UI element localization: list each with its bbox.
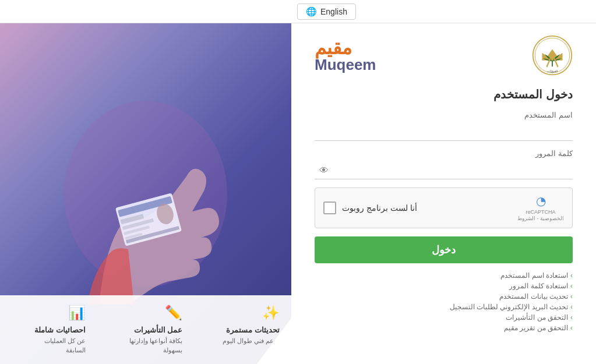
recaptcha-right: أنا لست برنامج روبوت <box>323 202 417 214</box>
link-verify-report[interactable]: › التحقق من تقرير مقيم <box>504 324 573 332</box>
svg-text:الجوازات: الجوازات <box>547 69 558 73</box>
chevron-icon-6: › <box>570 324 573 332</box>
govt-logo: الجوازات <box>532 35 573 76</box>
password-group: كلمة المرور 👁 <box>315 149 573 179</box>
visas-icon: ✏️ <box>165 305 182 321</box>
recaptcha-branding: ◔ reCAPTCHA الخصوصية - الشروط <box>517 194 564 222</box>
features-row: 📊 احصائيات شاملة عن كل العملياتالسابقة ✏… <box>0 295 291 364</box>
right-panel: مقيم Muqeem الجوازات <box>291 23 596 364</box>
link-verify-visas[interactable]: › التحقق من التأشيرات <box>506 313 573 321</box>
chevron-icon-3: › <box>570 292 573 301</box>
main-content: 📊 احصائيات شاملة عن كل العملياتالسابقة ✏… <box>0 23 596 364</box>
eye-icon[interactable]: 👁 <box>319 165 329 176</box>
login-button[interactable]: دخول <box>315 236 573 263</box>
username-group: اسم المستخدم <box>315 111 573 141</box>
feature-desc-visas: بكافة أنواعها وإدارتهابسهولة <box>129 337 182 355</box>
updates-icon: ✨ <box>262 305 280 321</box>
language-label: English <box>320 7 347 16</box>
feature-desc-stats: عن كل العملياتالسابقة <box>44 337 86 355</box>
link-update-user-data-text: تحديث بيانات المستخدم <box>499 292 568 301</box>
username-input[interactable] <box>315 122 573 141</box>
link-update-user-data[interactable]: › تحديث بيانات المستخدم <box>499 292 573 301</box>
brand-arabic: مقيم <box>315 38 352 57</box>
recaptcha-box[interactable]: ◔ reCAPTCHA الخصوصية - الشروط أنا لست بر… <box>315 188 573 228</box>
link-recover-password[interactable]: › استعادة كلمة المرور <box>509 282 573 290</box>
recaptcha-logo-icon: ◔ <box>536 194 546 208</box>
brand-english: Muqeem <box>315 57 376 72</box>
username-label: اسم المستخدم <box>315 111 573 119</box>
feature-item-stats: 📊 احصائيات شاملة عن كل العملياتالسابقة <box>12 305 86 355</box>
hand-svg <box>52 83 239 305</box>
link-recover-username-text: استعادة اسم المستخدم <box>500 271 568 280</box>
link-update-email[interactable]: › تحديث البريد الإلكتروني لطلبات التسجيل <box>450 303 573 311</box>
feature-title-stats: احصائيات شاملة <box>34 326 86 334</box>
link-recover-password-text: استعادة كلمة المرور <box>509 282 568 290</box>
left-panel: 📊 احصائيات شاملة عن كل العملياتالسابقة ✏… <box>0 23 291 364</box>
feature-item-visas: ✏️ عمل التأشيرات بكافة أنواعها وإدارتهاب… <box>109 305 183 355</box>
globe-icon: 🌐 <box>306 6 317 17</box>
brand-section: مقيم Muqeem الجوازات <box>315 35 573 76</box>
links-section: › استعادة اسم المستخدم › استعادة كلمة ال… <box>315 271 573 332</box>
feature-item-updates: ✨ تحديثات مستمرة ودعم فني طوال اليوم <box>206 305 280 355</box>
feature-title-visas: عمل التأشيرات <box>134 326 183 334</box>
brand-logo: مقيم Muqeem <box>315 38 376 72</box>
feature-title-updates: تحديثات مستمرة <box>226 326 280 334</box>
top-bar: 🌐 English <box>0 0 596 23</box>
link-verify-visas-text: التحقق من التأشيرات <box>506 313 568 321</box>
language-button[interactable]: 🌐 English <box>297 3 356 20</box>
captcha-label: أنا لست برنامج روبوت <box>342 203 417 213</box>
form-title: دخول المستخدم <box>315 87 573 101</box>
chevron-icon-2: › <box>570 282 573 290</box>
link-recover-username[interactable]: › استعادة اسم المستخدم <box>500 271 573 280</box>
chevron-icon-1: › <box>570 271 573 280</box>
password-label: كلمة المرور <box>315 149 573 158</box>
link-update-email-text: تحديث البريد الإلكتروني لطلبات التسجيل <box>450 303 568 311</box>
link-verify-report-text: التحقق من تقرير مقيم <box>504 324 568 332</box>
feature-desc-updates: ودعم فني طوال اليوم <box>223 337 280 345</box>
chevron-icon-4: › <box>570 303 573 311</box>
recaptcha-checkbox[interactable] <box>323 202 336 214</box>
recaptcha-brand-text: reCAPTCHA الخصوصية - الشروط <box>517 209 564 222</box>
password-input[interactable] <box>315 160 573 179</box>
stats-icon: 📊 <box>68 305 86 321</box>
chevron-icon-5: › <box>570 313 573 321</box>
